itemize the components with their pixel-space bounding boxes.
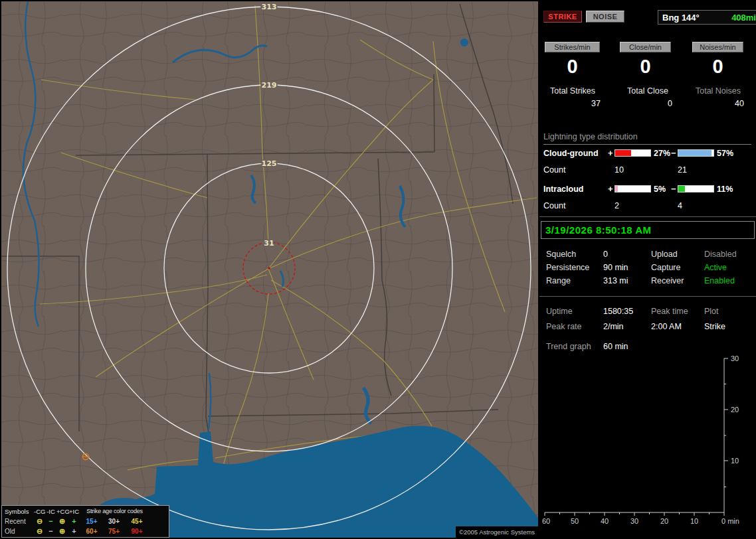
ic-minus-bar-fill bbox=[678, 186, 685, 192]
age-45: 45+ bbox=[125, 516, 149, 526]
trend-graph-label: Trend graph bbox=[546, 342, 591, 351]
range-label: Range bbox=[546, 276, 571, 285]
cg-minus-count: 21 bbox=[678, 165, 687, 175]
age-30: 30+ bbox=[103, 516, 125, 526]
pos-ic-recent-icon: + bbox=[68, 516, 80, 526]
ring-label-313: 313 bbox=[262, 3, 277, 11]
minus-sign: − bbox=[671, 148, 676, 158]
ic-minus-bar bbox=[678, 185, 714, 193]
ring-label-31: 31 bbox=[264, 239, 274, 248]
neg-cg-old-icon: ⊖ bbox=[34, 526, 45, 536]
legend-old-label: Old bbox=[3, 526, 34, 536]
cg-minus-pct: 57% bbox=[717, 149, 733, 158]
x-tick-10: 10 bbox=[690, 517, 698, 525]
lightning-tracker-window: { "colors": { "date_green": "#00dd00", "… bbox=[0, 0, 756, 539]
cg-plus-bar bbox=[614, 149, 651, 157]
chart-x-labels: 60 50 40 30 20 10 0 min bbox=[542, 517, 739, 525]
cg-minus-bar bbox=[678, 149, 714, 157]
cg-plus-bar-fill bbox=[615, 150, 631, 156]
ring-label-125: 125 bbox=[262, 159, 277, 168]
map-area: 313 219 125 31 Symbols -CG -IC +CG +IC S… bbox=[1, 1, 538, 538]
upload-status: Disabled bbox=[704, 250, 737, 259]
y-tick-20: 20 bbox=[731, 406, 739, 414]
total-close-value: 0 bbox=[623, 99, 672, 108]
plus-sign: + bbox=[608, 148, 613, 158]
ic-plus-count: 2 bbox=[614, 201, 619, 210]
close-per-min-label: Close/min bbox=[620, 42, 671, 52]
persistence-value: 90 min bbox=[603, 263, 628, 272]
noise-toggle-button[interactable]: NOISE bbox=[586, 11, 624, 23]
x-tick-20: 20 bbox=[660, 517, 668, 525]
close-per-min-value: 0 bbox=[620, 56, 671, 78]
cg-minus-bar-fill bbox=[678, 150, 711, 156]
age-15: 15+ bbox=[80, 516, 103, 526]
chart-y-labels: 30 20 10 bbox=[731, 354, 739, 465]
ic-count-label: Count bbox=[543, 201, 565, 210]
plot-value: Strike bbox=[704, 322, 725, 331]
receiver-label: Receiver bbox=[651, 276, 684, 285]
total-noises-value: 40 bbox=[692, 99, 744, 108]
lake bbox=[460, 38, 468, 46]
squelch-label: Squelch bbox=[546, 250, 576, 259]
strike-toggle-button[interactable]: STRIKE bbox=[543, 11, 582, 23]
trend-graph-chart: 30 20 10 60 50 40 30 20 10 0 min bbox=[539, 350, 756, 539]
strikes-per-min-value: 0 bbox=[545, 56, 600, 78]
x-tick-50: 50 bbox=[571, 517, 579, 525]
persistence-label: Persistence bbox=[546, 263, 589, 272]
bearing-label: Bng 144° bbox=[662, 13, 700, 23]
capture-status: Active bbox=[704, 263, 727, 272]
neg-cg-recent-icon: ⊖ bbox=[34, 516, 45, 526]
peak-time-label: Peak time bbox=[651, 307, 688, 316]
legend-recent-label: Recent bbox=[3, 516, 34, 526]
noises-per-min-value: 0 bbox=[692, 56, 743, 78]
legend-type-neg-ic: -IC bbox=[45, 506, 56, 516]
ring-label-219: 219 bbox=[262, 81, 277, 90]
status-panel: STRIKE NOISE Bng 144° 408mi Strikes/min … bbox=[539, 0, 756, 539]
bearing-distance: 408mi bbox=[731, 13, 756, 23]
cg-plus-pct: 27% bbox=[654, 149, 670, 158]
legend-row-recent: Recent ⊖ − ⊕ + 15+ 30+ 45+ bbox=[3, 516, 167, 526]
ic-plus-bar-fill bbox=[615, 186, 618, 192]
map-legend: Symbols -CG -IC +CG +IC Strike age color… bbox=[1, 505, 169, 538]
age-90: 90+ bbox=[125, 526, 149, 536]
plot-label: Plot bbox=[704, 307, 719, 316]
bearing-readout: Bng 144° 408mi bbox=[658, 10, 756, 25]
ic-minus-pct: 11% bbox=[717, 185, 733, 194]
receiver-status: Enabled bbox=[704, 276, 735, 285]
y-tick-10: 10 bbox=[731, 457, 739, 465]
trend-graph-value: 60 min bbox=[603, 342, 628, 351]
peak-time-value: 2:00 AM bbox=[651, 322, 682, 331]
distribution-header: Lightning type distribution bbox=[543, 132, 751, 145]
pos-cg-old-icon: ⊕ bbox=[56, 526, 68, 536]
legend-symbols-header: Symbols bbox=[3, 506, 34, 516]
capture-label: Capture bbox=[651, 263, 680, 272]
x-tick-30: 30 bbox=[630, 517, 638, 525]
upload-label: Upload bbox=[651, 250, 678, 259]
pos-cg-recent-icon: ⊕ bbox=[56, 516, 68, 526]
total-strikes-label: Total Strikes bbox=[545, 86, 601, 96]
peak-rate-value: 2/min bbox=[603, 322, 624, 331]
total-close-label: Total Close bbox=[623, 86, 672, 96]
uptime-value: 1580:35 bbox=[603, 307, 633, 316]
x-tick-0: 0 min bbox=[721, 517, 739, 525]
chart-axes bbox=[545, 358, 728, 516]
copyright-notice: ©2005 Astrogenic Systems bbox=[456, 526, 538, 538]
legend-type-neg-cg: -CG bbox=[34, 506, 45, 516]
age-75: 75+ bbox=[103, 526, 125, 536]
intracloud-label: Intracloud bbox=[543, 185, 583, 194]
range-value: 313 mi bbox=[603, 276, 628, 285]
cg-plus-count: 10 bbox=[614, 165, 624, 175]
noises-per-min-label: Noises/min bbox=[692, 42, 743, 52]
squelch-value: 0 bbox=[603, 250, 608, 259]
cloud-ground-label: Cloud-ground bbox=[543, 149, 599, 158]
legend-type-pos-ic: +IC bbox=[68, 506, 80, 516]
x-tick-60: 60 bbox=[542, 517, 550, 525]
divider bbox=[539, 216, 756, 217]
ic-plus-bar bbox=[614, 185, 651, 193]
datetime-readout: 3/19/2026 8:50:18 AM bbox=[541, 221, 755, 239]
divider bbox=[539, 296, 756, 297]
x-tick-40: 40 bbox=[601, 517, 609, 525]
map-canvas[interactable]: 313 219 125 31 bbox=[1, 1, 538, 538]
pos-ic-old-icon: + bbox=[68, 526, 80, 536]
neg-ic-old-icon: − bbox=[45, 526, 56, 536]
